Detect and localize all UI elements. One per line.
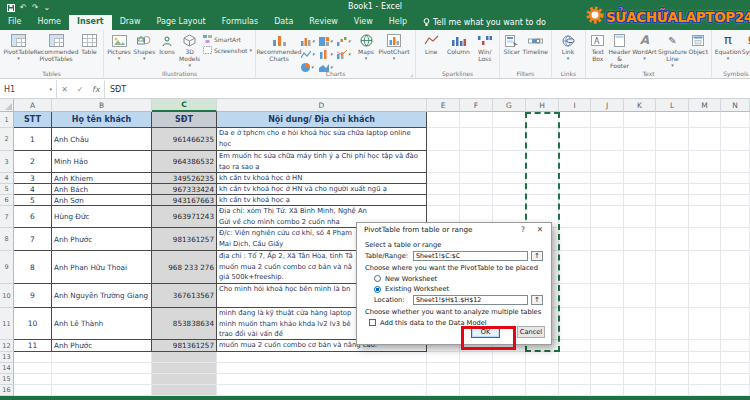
charts-dialog-launcher-icon[interactable]: ⌟ [410,70,413,77]
sparkline-line-button[interactable]: Line [419,33,443,56]
cell-N6[interactable] [721,195,750,206]
cell-I11[interactable] [559,308,591,340]
cell-J8[interactable] [591,228,624,251]
cell-J6[interactable] [591,195,624,206]
new-worksheet-radio[interactable] [374,275,381,282]
sparkline-column-button[interactable]: Column [445,33,471,56]
column-header-L[interactable]: L [656,99,689,112]
cell-M5[interactable] [689,184,721,195]
signature-line-button[interactable]: ✎ Signature Line ▾ [658,33,686,68]
cell-N1[interactable] [721,112,750,128]
row-header-2[interactable]: 2 [0,128,14,151]
cell-L14[interactable] [656,363,689,374]
cell-N13[interactable] [721,352,750,363]
pivotchart-button[interactable]: PivotChart ▾ [379,33,409,61]
cell-B15[interactable] [52,374,152,385]
cell-M9[interactable] [689,251,721,284]
cell-B9[interactable]: Anh Phan Hữu Thoại [52,251,152,284]
cell-N16[interactable] [721,385,750,396]
cell-C12[interactable]: 981361257 [152,340,217,352]
cell-A6[interactable]: 5 [14,195,52,206]
cell-C16[interactable] [152,385,217,396]
cell-L9[interactable] [656,251,689,284]
data-model-checkbox[interactable] [369,319,376,326]
cell-I8[interactable] [559,228,591,251]
cell-N2[interactable] [721,128,750,151]
cell-G2[interactable] [493,128,526,151]
row-header-15[interactable]: 15 [0,374,14,385]
row-header-5[interactable]: 5 [0,184,14,195]
link-button[interactable]: Link ▾ [555,33,581,61]
cell-K12[interactable] [624,340,656,352]
new-worksheet-option[interactable]: New Worksheet [374,275,543,283]
cell-N4[interactable] [721,173,750,184]
name-box-dropdown-icon[interactable]: ▾ [49,87,52,92]
enter-entry-icon[interactable]: ✓ [77,85,84,94]
cell-I16[interactable] [559,385,591,396]
cell-I4[interactable] [559,173,591,184]
column-header-J[interactable]: J [591,99,624,112]
tab-page-layout[interactable]: Page Layout [149,15,214,30]
cell-E15[interactable] [427,374,460,385]
cell-K2[interactable] [624,128,656,151]
cell-K8[interactable] [624,228,656,251]
wordart-button[interactable]: A WordArt ▾ [632,33,656,61]
cell-K6[interactable] [624,195,656,206]
slicer-button[interactable]: Slicer [503,33,520,56]
cell-M6[interactable] [689,195,721,206]
row-header-13[interactable]: 13 [0,352,14,363]
cell-L13[interactable] [656,352,689,363]
column-header-K[interactable]: K [624,99,656,112]
cell-N15[interactable] [721,374,750,385]
column-header-G[interactable]: G [493,99,526,112]
cell-J16[interactable] [591,385,624,396]
location-picker-icon[interactable]: ↑ [531,295,543,305]
cell-H14[interactable] [526,363,559,374]
cell-A1[interactable]: STT [14,112,52,128]
cell-M11[interactable] [689,308,721,340]
cell-C2[interactable]: 961466235 [152,128,217,151]
cell-A9[interactable]: 8 [14,251,52,284]
select-all-corner[interactable] [0,99,14,112]
cell-A7[interactable]: 6 [14,206,52,228]
cell-I15[interactable] [559,374,591,385]
cell-B3[interactable]: Minh Hảo [52,151,152,173]
cell-E16[interactable] [427,385,460,396]
cell-B5[interactable]: Anh Bách [52,184,152,195]
cell-I7[interactable] [559,206,591,228]
cell-C6[interactable]: 943167663 [152,195,217,206]
cell-J1[interactable] [591,112,624,128]
sparkline-winloss-button[interactable]: Win/ Loss [474,33,496,63]
cell-F4[interactable] [460,173,493,184]
cell-B1[interactable]: Họ tên khách [52,112,152,128]
cell-H6[interactable] [526,195,559,206]
cell-H1[interactable] [526,112,559,128]
cell-J4[interactable] [591,173,624,184]
cell-D15[interactable] [217,374,427,385]
cell-M3[interactable] [689,151,721,173]
cancel-button[interactable]: Cancel [517,326,545,338]
existing-worksheet-option[interactable]: Existing Worksheet [374,285,543,293]
cell-I3[interactable] [559,151,591,173]
cell-L7[interactable] [656,206,689,228]
statistic-chart-icon[interactable]: ▾ [319,48,335,61]
cell-E2[interactable] [427,128,460,151]
cell-C5[interactable]: 967333424 [152,184,217,195]
cell-K11[interactable] [624,308,656,340]
cell-N8[interactable] [721,228,750,251]
row-header-6[interactable]: 6 [0,195,14,206]
cell-F5[interactable] [460,184,493,195]
cell-D3[interactable]: Em muốn hc sửa chữa máy tính ý ạ Chi phí… [217,151,427,173]
cell-J12[interactable] [591,340,624,352]
cell-B8[interactable]: Anh Phước [52,228,152,251]
cell-I5[interactable] [559,184,591,195]
tab-data[interactable]: Data [266,15,301,30]
cell-L5[interactable] [656,184,689,195]
cell-M8[interactable] [689,228,721,251]
column-header-E[interactable]: E [427,99,460,112]
cell-H15[interactable] [526,374,559,385]
header-footer-button[interactable]: Header & Footer [609,33,631,70]
cell-A16[interactable] [14,385,52,396]
column-header-D[interactable]: D [217,99,427,112]
cell-J13[interactable] [591,352,624,363]
